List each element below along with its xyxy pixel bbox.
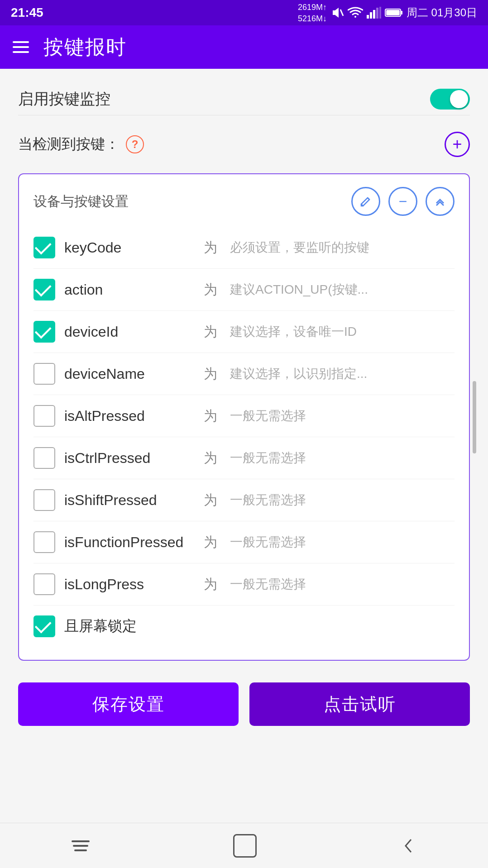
svg-line-1 [340,10,343,16]
table-row: deviceId为建议选择，设备唯一ID [33,311,455,353]
test-button[interactable]: 点击试听 [249,682,470,726]
svg-rect-2 [367,15,369,19]
svg-marker-0 [333,8,339,18]
field-name-screenLock: 且屏幕锁定 [64,616,191,636]
field-equals-isCtrlPressed: 为 [204,449,217,467]
field-name-isLongPress: isLongPress [64,576,191,593]
field-equals-isFunctionPressed: 为 [204,533,217,552]
table-row: 且屏幕锁定 [33,606,455,647]
nav-bar [0,823,488,868]
checkbox-isFunctionPressed[interactable] [33,531,55,553]
checkbox-isShiftPressed[interactable] [33,489,55,511]
data-usage-icon: 2619M↑ 5216M↓ [298,1,327,24]
svg-rect-6 [379,7,381,19]
checkbox-list: keyCode为必须设置，要监听的按键action为建议ACTION_UP(按键… [33,227,455,647]
table-row: isFunctionPressed为一般无需选择 [33,521,455,563]
table-row: action为建议ACTION_UP(按键... [33,269,455,311]
field-equals-isShiftPressed: 为 [204,491,217,510]
field-name-action: action [64,281,191,298]
recent-apps-button[interactable] [72,840,90,851]
detect-label: 当检测到按键： ? [18,134,144,154]
svg-rect-9 [386,10,400,15]
field-name-isFunctionPressed: isFunctionPressed [64,534,191,551]
field-desc-action: 建议ACTION_UP(按键... [230,281,455,298]
remove-button[interactable]: − [388,187,417,216]
toggle-thumb [450,90,468,108]
settings-card: 设备与按键设置 − [18,173,470,661]
table-row: deviceName为建议选择，以识别指定... [33,353,455,395]
checkbox-deviceName[interactable] [33,363,55,385]
field-desc-isLongPress: 一般无需选择 [230,576,455,593]
checkbox-action[interactable] [33,279,55,300]
page-title: 按键报时 [43,34,127,61]
field-desc-deviceId: 建议选择，设备唯一ID [230,323,455,340]
menu-icon[interactable] [13,41,29,53]
field-name-isCtrlPressed: isCtrlPressed [64,450,191,467]
field-equals-deviceName: 为 [204,365,217,383]
svg-rect-8 [401,11,402,14]
recent-icon [72,840,90,851]
status-bar: 21:45 2619M↑ 5216M↓ [0,0,488,25]
checkbox-isAltPressed[interactable] [33,405,55,427]
save-button[interactable]: 保存设置 [18,682,239,726]
field-desc-deviceName: 建议选择，以识别指定... [230,365,455,382]
toolbar: 按键报时 [0,25,488,69]
svg-rect-4 [373,10,375,19]
enable-monitoring-toggle[interactable] [430,89,470,110]
checkbox-isLongPress[interactable] [33,573,55,595]
bottom-buttons: 保存设置 点击试听 [18,673,470,740]
table-row: isLongPress为一般无需选择 [33,563,455,606]
card-actions: − [351,187,455,216]
detect-label-text: 当检测到按键： [18,134,120,154]
table-row: isAltPressed为一般无需选择 [33,395,455,437]
field-equals-action: 为 [204,281,217,299]
edit-button[interactable] [351,187,380,216]
field-desc-keyCode: 必须设置，要监听的按键 [230,239,455,256]
checkbox-isCtrlPressed[interactable] [33,447,55,469]
wifi-icon [348,7,363,19]
enable-monitoring-label: 启用按键监控 [18,89,110,110]
enable-monitoring-row: 启用按键监控 [18,83,470,115]
field-equals-keyCode: 为 [204,238,217,257]
checkbox-deviceId[interactable] [33,321,55,343]
home-icon [233,834,257,858]
svg-rect-5 [376,8,378,19]
table-row: isCtrlPressed为一般无需选择 [33,437,455,479]
help-icon[interactable]: ? [126,135,144,153]
field-equals-deviceId: 为 [204,323,217,341]
field-desc-isCtrlPressed: 一般无需选择 [230,449,455,467]
field-name-isAltPressed: isAltPressed [64,408,191,424]
settings-card-header: 设备与按键设置 − [33,187,455,216]
field-name-deviceId: deviceId [64,324,191,340]
checkbox-keyCode[interactable] [33,237,55,258]
field-name-isShiftPressed: isShiftPressed [64,492,191,509]
main-content: 启用按键监控 当检测到按键： ? + 设备与按键设置 [0,69,488,823]
mute-icon [330,6,344,19]
scrollbar [473,381,476,453]
checkbox-screenLock[interactable] [33,615,55,637]
field-desc-isAltPressed: 一般无需选择 [230,407,455,424]
move-up-button[interactable] [426,187,455,216]
field-name-keyCode: keyCode [64,239,191,256]
settings-card-title: 设备与按键设置 [33,192,129,211]
status-time: 21:45 [11,5,43,20]
field-desc-isFunctionPressed: 一般无需选择 [230,534,455,551]
field-name-deviceName: deviceName [64,366,191,382]
battery-icon [385,8,403,18]
back-icon [400,837,416,855]
field-equals-isLongPress: 为 [204,575,217,594]
field-equals-isAltPressed: 为 [204,407,217,425]
svg-rect-3 [370,12,372,19]
signal-icon [367,7,381,19]
status-date: 周二 01月30日 [407,5,477,20]
add-button[interactable]: + [445,132,470,157]
table-row: keyCode为必须设置，要监听的按键 [33,227,455,269]
table-row: isShiftPressed为一般无需选择 [33,479,455,521]
back-button[interactable] [400,837,416,855]
status-icons: 2619M↑ 5216M↓ 周二 01月30日 [298,1,477,24]
detect-row: 当检测到按键： ? + [18,128,470,161]
home-button[interactable] [233,834,257,858]
field-desc-isShiftPressed: 一般无需选择 [230,491,455,509]
